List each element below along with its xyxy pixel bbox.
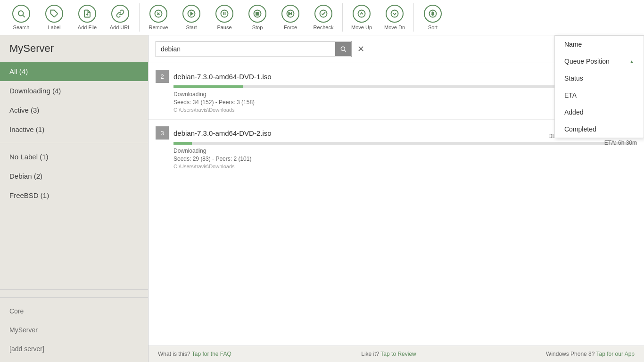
- svg-line-24: [345, 50, 346, 52]
- add-file-icon: [78, 5, 96, 23]
- pause-icon: [215, 5, 233, 23]
- sort-icon: [424, 5, 442, 23]
- search-input-container: [156, 41, 352, 57]
- svg-point-0: [18, 11, 24, 16]
- sidebar-item-downloading[interactable]: Downloading (4): [0, 81, 148, 100]
- add-url-button[interactable]: Add URL: [104, 0, 137, 35]
- torrent-seeds-2: Seeds: 29 (83) - Peers: 2 (101): [173, 156, 637, 162]
- sidebar-divider-2: [0, 297, 148, 298]
- sidebar-item-freebsd[interactable]: FreeBSD (1): [0, 186, 148, 205]
- pause-button[interactable]: Pause: [208, 0, 241, 35]
- start-icon: [182, 5, 200, 23]
- recheck-button[interactable]: Recheck: [307, 0, 340, 35]
- svg-marker-9: [191, 12, 193, 15]
- move-up-button[interactable]: Move Up: [345, 0, 378, 35]
- search-go-button[interactable]: [335, 42, 351, 56]
- svg-point-19: [358, 10, 365, 17]
- main-container: MyServer All (4) Downloading (4) Active …: [0, 35, 644, 362]
- search-button[interactable]: Search: [5, 0, 38, 35]
- sidebar-item-debian[interactable]: Debian (2): [0, 166, 148, 186]
- force-button[interactable]: Force: [274, 0, 307, 35]
- svg-point-23: [341, 47, 345, 50]
- sort-status-option[interactable]: Status: [555, 70, 644, 87]
- add-url-icon: [111, 5, 129, 23]
- torrent-number-2: 3: [156, 126, 169, 140]
- sort-added-option[interactable]: Added: [555, 104, 644, 121]
- footer-faq-link[interactable]: Tap for the FAQ: [192, 351, 231, 357]
- add-file-button[interactable]: Add File: [71, 0, 104, 35]
- sort-completed-option[interactable]: Completed: [555, 121, 644, 138]
- search-icon: [12, 5, 30, 23]
- force-icon: [281, 5, 299, 23]
- sort-button[interactable]: Sort: [416, 0, 449, 35]
- sidebar-item-active[interactable]: Active (3): [0, 100, 148, 120]
- sidebar-divider-1: [0, 143, 148, 143]
- svg-point-10: [221, 10, 228, 17]
- torrent-progress-fill-1: [173, 85, 243, 88]
- sidebar-item-myserver[interactable]: MyServer: [0, 321, 148, 339]
- toolbar: Search Label Add File Add URL: [0, 0, 644, 35]
- footer-center: Like it? Tap to Review: [361, 351, 416, 357]
- sort-name-option[interactable]: Name: [555, 36, 644, 53]
- footer-right: Windows Phone 8? Tap for our App: [546, 351, 635, 357]
- torrent-number-1: 2: [156, 70, 169, 83]
- label-icon: [45, 5, 63, 23]
- sort-queue-position-option[interactable]: Queue Position ▲: [555, 53, 644, 70]
- sidebar-item-inactive[interactable]: Inactive (1): [0, 120, 148, 139]
- remove-button[interactable]: Remove: [142, 0, 175, 35]
- sidebar-item-core[interactable]: Core: [0, 302, 148, 321]
- sidebar-bottom: Core MyServer [add server]: [0, 289, 148, 362]
- svg-rect-14: [256, 12, 259, 15]
- remove-icon: [149, 5, 167, 23]
- move-dn-button[interactable]: Move Dn: [378, 0, 411, 35]
- label-button[interactable]: Label: [38, 0, 71, 35]
- sidebar: MyServer All (4) Downloading (4) Active …: [0, 35, 149, 362]
- app-title: MyServer: [0, 35, 148, 62]
- toolbar-divider-2: [342, 3, 343, 32]
- toolbar-divider-1: [139, 3, 140, 32]
- toolbar-divider-3: [413, 3, 414, 32]
- move-dn-icon: [386, 5, 404, 23]
- recheck-icon: [314, 5, 332, 23]
- stop-button[interactable]: Stop: [241, 0, 274, 35]
- search-input[interactable]: [156, 41, 335, 57]
- svg-line-1: [23, 15, 25, 17]
- footer: What is this? Tap for the FAQ Like it? T…: [149, 346, 644, 362]
- move-up-icon: [353, 5, 371, 23]
- search-clear-button[interactable]: ✕: [352, 40, 370, 58]
- stop-icon: [248, 5, 266, 23]
- svg-marker-16: [289, 12, 291, 15]
- svg-point-20: [391, 10, 398, 17]
- footer-review-link[interactable]: Tap to Review: [380, 351, 416, 357]
- sort-eta-option[interactable]: ETA: [555, 87, 644, 104]
- footer-app-link[interactable]: Tap for our App: [596, 351, 635, 357]
- sidebar-item-all[interactable]: All (4): [0, 62, 148, 81]
- torrent-progress-fill-2: [173, 142, 192, 145]
- sidebar-item-no-label[interactable]: No Label (1): [0, 147, 148, 166]
- start-button[interactable]: Start: [175, 0, 208, 35]
- torrent-status-2: Downloading: [173, 148, 637, 154]
- sort-active-arrow: ▲: [629, 59, 634, 64]
- torrent-path-2: C:\Users\travis\Downloads: [173, 164, 637, 169]
- footer-left: What is this? Tap for the FAQ: [158, 351, 231, 357]
- sort-dropdown: Name Queue Position ▲ Status ETA Added C…: [554, 35, 644, 138]
- sidebar-item-add-server[interactable]: [add server]: [0, 339, 148, 358]
